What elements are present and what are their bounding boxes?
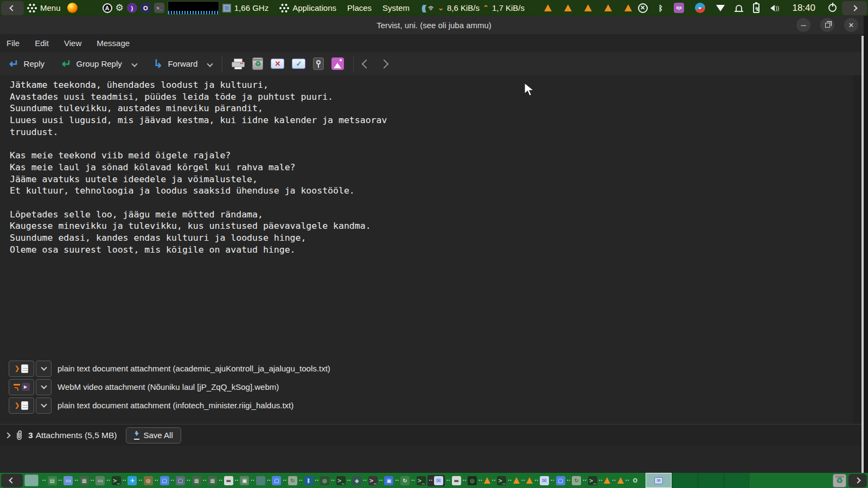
taskbar-item[interactable]: ∙∙▬ <box>446 476 461 485</box>
vlc-cone-icon[interactable] <box>584 4 592 11</box>
taskbar-item[interactable]: ∙∙▣ <box>379 476 394 485</box>
taskbar-item[interactable]: ∙∙◆ <box>347 476 362 485</box>
previous-message-button[interactable] <box>363 61 369 67</box>
reply-button[interactable]: ↵ Reply <box>4 56 49 72</box>
firefox-icon[interactable] <box>67 3 78 13</box>
close-button[interactable]: ✕ <box>844 18 858 32</box>
menu-view[interactable]: View <box>64 38 81 48</box>
taskbar-item[interactable]: ∙∙▬ <box>219 476 233 485</box>
taskbar-item[interactable]: ∙∙>_ <box>331 476 346 485</box>
places-menu[interactable]: Places <box>347 3 372 12</box>
menu-file[interactable]: File <box>7 38 20 48</box>
attachment-menu-button[interactable] <box>36 379 52 395</box>
taskbar-item[interactable]: ∙∙▦ <box>203 476 218 485</box>
taskbar-item[interactable]: ∙∙↻ <box>567 476 582 485</box>
taskbar-item[interactable]: ∙∙▭ <box>59 476 73 485</box>
volume-icon[interactable]: )﻿) <box>770 5 779 11</box>
taskbar-item[interactable]: ∙∙>_ <box>363 476 378 485</box>
taskbar-item[interactable]: ∙∙◎ <box>315 476 330 485</box>
workspace-cell-3[interactable] <box>698 473 724 488</box>
archive-button[interactable]: ♻ <box>252 57 263 70</box>
taskbar-scroll-left-button[interactable] <box>1 474 23 487</box>
network-signal-icon[interactable]: ((( <box>422 3 425 12</box>
audio-app-icon[interactable]: ‖|‖ <box>674 3 684 13</box>
not-junk-button[interactable]: ✓ <box>292 59 305 69</box>
forward-button[interactable]: ↳ Forward <box>149 56 203 72</box>
battery-icon[interactable]: ↯ <box>753 3 760 13</box>
taskbar-item[interactable]: ∙∙ <box>521 477 533 484</box>
bluetooth-icon[interactable]: ᛒ <box>659 4 663 12</box>
vlc-cone-icon[interactable] <box>564 4 572 11</box>
taskbar-item[interactable]: ∙∙>_ <box>106 476 121 485</box>
trash-icon[interactable]: ♻ <box>833 474 846 487</box>
taskbar-item[interactable]: ∙∙✉ <box>534 476 549 485</box>
panel-menu-label[interactable]: Menu <box>40 3 61 12</box>
taskbar-item[interactable]: ∙∙ <box>599 477 611 484</box>
system-menu[interactable]: System <box>382 3 410 12</box>
attachment-open-button[interactable]: ❯ <box>9 397 34 414</box>
taskbar-item[interactable]: ∙∙◎ <box>463 476 477 485</box>
taskbar-item[interactable]: ∙∙✉ <box>427 475 445 486</box>
group-reply-button[interactable]: ↵ Group Reply <box>57 56 127 72</box>
attachment-label[interactable]: plain text document attachment (academic… <box>58 364 330 373</box>
taskbar-item[interactable]: ∙∙✈ <box>123 476 137 485</box>
message-scrollbar-track[interactable] <box>853 75 861 424</box>
teal-window-icon[interactable] <box>24 474 39 486</box>
vlc-cone-icon[interactable] <box>544 4 552 11</box>
menu-edit[interactable]: Edit <box>35 38 49 48</box>
attachment-open-button[interactable]: ❯ <box>9 361 34 377</box>
minimize-button[interactable]: ─ <box>796 18 810 32</box>
panel-scroll-right-button[interactable] <box>842 1 867 15</box>
media-app-icon[interactable]: ▸ <box>695 3 705 13</box>
forward-dropdown[interactable] <box>207 61 213 67</box>
taskbar-item[interactable]: ∙∙▢ <box>155 476 169 485</box>
taskbar-item[interactable]: ∙∙O <box>626 476 640 485</box>
taskbar-item[interactable]: ∙∙ <box>508 477 520 484</box>
app-a-icon[interactable]: A <box>103 3 112 13</box>
maximize-button[interactable] <box>820 18 834 32</box>
taskbar-item[interactable]: ∙∙>_ <box>411 476 426 485</box>
taskbar-item[interactable]: ∙∙▤ <box>42 476 57 485</box>
wifi-icon[interactable]: ᯤ <box>428 3 435 12</box>
tor-browser-icon[interactable]: ) <box>127 3 137 13</box>
network-fan-icon[interactable] <box>716 5 725 11</box>
window-scrollbar[interactable] <box>861 36 864 473</box>
taskbar-item[interactable]: ∙∙↻ <box>283 476 297 485</box>
taskbar-item[interactable]: ∙∙▣ <box>235 476 250 485</box>
taskbar-item[interactable]: ∙∙ <box>612 477 624 484</box>
taskbar-item[interactable]: ∙∙◎ <box>138 476 153 485</box>
taskbar-item[interactable]: ∙∙▢ <box>171 476 186 485</box>
applications-menu[interactable]: Applications <box>292 3 336 12</box>
attachment-open-button[interactable]: ❯ ▶ <box>9 379 34 395</box>
image-button[interactable] <box>331 57 344 70</box>
next-message-button[interactable] <box>381 61 387 67</box>
prohibit-icon[interactable]: ✕ <box>638 3 648 13</box>
panel-scroll-left-button[interactable] <box>1 1 24 15</box>
attachment-label[interactable]: plain text document attachment (infotech… <box>58 401 293 410</box>
taskbar-item[interactable]: ∙∙>_ <box>583 476 597 485</box>
group-reply-dropdown[interactable] <box>131 61 137 67</box>
taskbar-scroll-right-button[interactable] <box>848 474 867 487</box>
taskbar-item[interactable]: ∙∙ᛒ <box>299 476 314 485</box>
taskbar-item[interactable]: ∙∙▦ <box>187 476 201 485</box>
taskbar-item[interactable]: ∙∙▦ <box>74 476 89 485</box>
junk-button[interactable]: ✕ <box>271 59 284 69</box>
attachment-menu-button[interactable] <box>36 361 52 377</box>
menu-message[interactable]: Message <box>97 38 130 48</box>
power-icon[interactable] <box>828 4 837 12</box>
workspace-cell-2[interactable] <box>672 473 698 488</box>
opera-icon[interactable]: O <box>141 3 151 13</box>
terminal-icon[interactable]: >_ <box>154 3 164 13</box>
taskbar-item[interactable]: ∙∙▭ <box>91 476 105 485</box>
attachments-expander-icon[interactable] <box>4 432 10 438</box>
taskbar-item[interactable]: ∙∙↻ <box>395 476 410 485</box>
attachment-label[interactable]: WebM video attachment (Nõuniku laul [jP_… <box>58 382 279 391</box>
clock[interactable]: 18:40 <box>792 3 815 14</box>
cpu-frequency[interactable]: 1,66 GHz <box>234 3 269 12</box>
taskbar-item[interactable]: ∙∙▢ <box>551 476 565 485</box>
taskbar-item[interactable]: ∙∙>_ <box>492 476 507 485</box>
workspace-cell-4[interactable] <box>724 473 750 488</box>
save-all-button[interactable]: Save All <box>126 427 181 444</box>
taskbar-item[interactable]: ∙∙ <box>478 477 490 484</box>
titlebar[interactable]: Tervist, uni. (see oli juba ammu) ─ ✕ <box>0 16 868 34</box>
